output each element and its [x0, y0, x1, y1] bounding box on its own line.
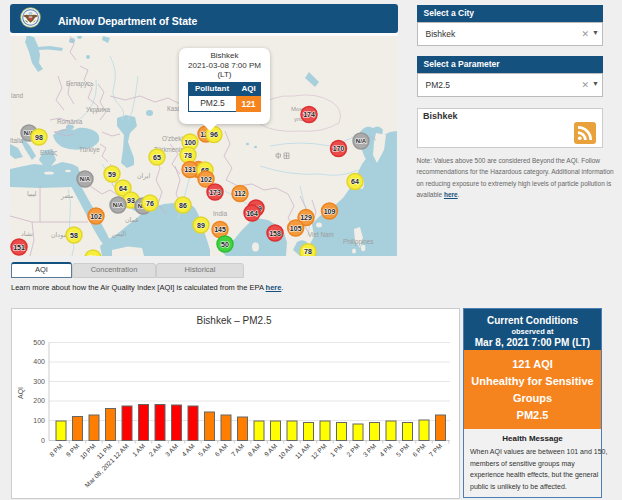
svg-text:10 AM: 10 AM [277, 442, 295, 460]
svg-text:76: 76 [146, 200, 154, 207]
svg-text:تشاد: تشاد [21, 230, 33, 237]
svg-text:89: 89 [197, 222, 205, 229]
svg-text:158: 158 [269, 230, 281, 237]
svg-text:N/A: N/A [356, 138, 367, 144]
svg-text:102: 102 [90, 213, 102, 220]
svg-text:100: 100 [33, 417, 45, 424]
svg-text:10 PM: 10 PM [78, 442, 96, 460]
svg-text:131: 131 [184, 166, 196, 173]
svg-text:78: 78 [89, 255, 97, 257]
svg-text:65: 65 [153, 154, 161, 161]
svg-text:164: 164 [246, 210, 258, 217]
svg-text:3 PM: 3 PM [362, 442, 378, 458]
svg-text:12 PM: 12 PM [309, 442, 327, 460]
svg-text:174: 174 [303, 111, 315, 118]
svg-text:170: 170 [333, 145, 345, 152]
svg-text:Viet Nam: Viet Nam [308, 231, 334, 238]
svg-text:ليبيا: ليبيا [27, 190, 37, 197]
svg-text:Беларусь: Беларусь [66, 80, 94, 88]
svg-text:78: 78 [304, 248, 312, 255]
svg-text:7 AM: 7 AM [230, 442, 245, 457]
svg-text:4 AM: 4 AM [180, 442, 195, 457]
svg-text:151: 151 [13, 244, 25, 251]
svg-text:200: 200 [33, 397, 45, 404]
svg-text:Ελλάς: Ελλάς [40, 149, 57, 157]
svg-text:59: 59 [108, 171, 116, 178]
svg-text:Italia: Italia [10, 137, 24, 144]
svg-text:5 AM: 5 AM [197, 442, 212, 457]
svg-text:اليمن: اليمن [112, 230, 126, 238]
svg-text:2 PM: 2 PM [345, 442, 361, 458]
svg-text:AQI: AQI [17, 387, 25, 399]
svg-text:1 AM: 1 AM [131, 442, 146, 457]
svg-text:86: 86 [179, 202, 187, 209]
svg-text:6 PM: 6 PM [411, 442, 427, 458]
svg-text:ايران: ايران [137, 172, 151, 180]
svg-text:50: 50 [221, 241, 229, 248]
svg-text:N/A: N/A [113, 202, 124, 208]
svg-text:93: 93 [127, 197, 135, 204]
svg-text:2 AM: 2 AM [147, 442, 162, 457]
svg-text:مصر: مصر [60, 192, 73, 200]
svg-text:România: România [57, 118, 83, 125]
svg-text:64: 64 [119, 185, 127, 192]
svg-text:N/A: N/A [80, 176, 91, 182]
svg-text:Украина: Украина [86, 106, 110, 114]
svg-text:58: 58 [70, 232, 78, 239]
svg-text:0: 0 [41, 437, 45, 444]
svg-text:105: 105 [290, 225, 302, 232]
svg-text:7 PM: 7 PM [428, 442, 444, 458]
svg-text:land: land [11, 92, 23, 99]
svg-text:8 PM: 8 PM [48, 442, 64, 458]
svg-text:129: 129 [300, 214, 312, 221]
svg-text:8 AM: 8 AM [246, 442, 261, 457]
svg-text:500: 500 [33, 339, 45, 346]
svg-text:100: 100 [184, 139, 196, 146]
svg-text:98: 98 [35, 134, 43, 141]
svg-text:109: 109 [324, 208, 336, 215]
svg-text:Türkiye: Türkiye [79, 146, 100, 154]
svg-text:102: 102 [200, 176, 212, 183]
svg-text:5 PM: 5 PM [395, 442, 411, 458]
svg-text:64: 64 [351, 178, 359, 185]
svg-text:400: 400 [33, 358, 45, 365]
svg-text:India: India [213, 210, 227, 217]
svg-text:173: 173 [209, 189, 221, 196]
svg-text:Bishkek – PM2.5: Bishkek – PM2.5 [196, 315, 271, 326]
svg-text:1 PM: 1 PM [329, 442, 345, 458]
svg-text:3 AM: 3 AM [164, 442, 179, 457]
svg-text:4 PM: 4 PM [378, 442, 394, 458]
svg-text:Philippines: Philippines [343, 238, 373, 246]
svg-text:6 AM: 6 AM [213, 442, 228, 457]
svg-text:96: 96 [210, 131, 218, 138]
svg-text:145: 145 [214, 226, 226, 233]
svg-text:78: 78 [184, 152, 192, 159]
svg-text:عمان: عمان [125, 216, 139, 223]
svg-text:11 AM: 11 AM [294, 442, 312, 460]
svg-text:300: 300 [33, 378, 45, 385]
svg-text:112: 112 [234, 190, 245, 197]
